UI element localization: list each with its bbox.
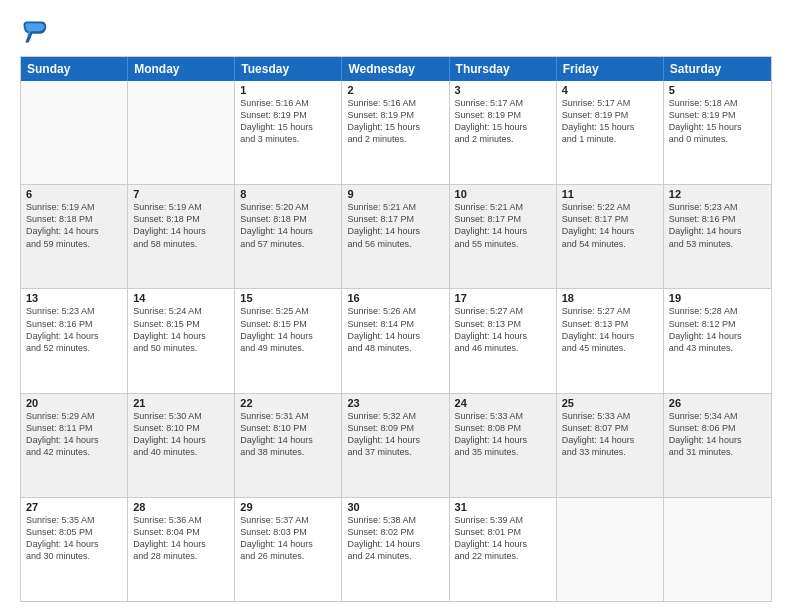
cell-info-line: and 24 minutes. <box>347 550 443 562</box>
calendar-row-5: 27Sunrise: 5:35 AMSunset: 8:05 PMDayligh… <box>21 497 771 601</box>
day-number: 24 <box>455 397 551 409</box>
weekday-header-monday: Monday <box>128 57 235 81</box>
calendar-cell: 30Sunrise: 5:38 AMSunset: 8:02 PMDayligh… <box>342 498 449 601</box>
cell-info-line: and 57 minutes. <box>240 238 336 250</box>
calendar-cell: 2Sunrise: 5:16 AMSunset: 8:19 PMDaylight… <box>342 81 449 184</box>
cell-info-line: Sunrise: 5:20 AM <box>240 201 336 213</box>
day-number: 11 <box>562 188 658 200</box>
cell-info-line: Sunset: 8:10 PM <box>133 422 229 434</box>
calendar-cell: 10Sunrise: 5:21 AMSunset: 8:17 PMDayligh… <box>450 185 557 288</box>
cell-info-line: and 43 minutes. <box>669 342 766 354</box>
cell-info-line: Sunrise: 5:16 AM <box>240 97 336 109</box>
cell-info-line: Sunrise: 5:34 AM <box>669 410 766 422</box>
cell-info-line: Sunset: 8:15 PM <box>133 318 229 330</box>
cell-info-line: Daylight: 14 hours <box>240 538 336 550</box>
header <box>20 18 772 46</box>
calendar-cell: 16Sunrise: 5:26 AMSunset: 8:14 PMDayligh… <box>342 289 449 392</box>
cell-info-line: Daylight: 14 hours <box>455 434 551 446</box>
calendar-cell: 6Sunrise: 5:19 AMSunset: 8:18 PMDaylight… <box>21 185 128 288</box>
cell-info-line: and 35 minutes. <box>455 446 551 458</box>
cell-info-line: Sunset: 8:01 PM <box>455 526 551 538</box>
cell-info-line: and 33 minutes. <box>562 446 658 458</box>
cell-info-line: Sunset: 8:11 PM <box>26 422 122 434</box>
cell-info-line: Sunset: 8:15 PM <box>240 318 336 330</box>
logo-icon <box>20 18 48 46</box>
cell-info-line: Daylight: 14 hours <box>347 538 443 550</box>
cell-info-line: Sunrise: 5:32 AM <box>347 410 443 422</box>
calendar-cell <box>128 81 235 184</box>
weekday-header-thursday: Thursday <box>450 57 557 81</box>
day-number: 13 <box>26 292 122 304</box>
calendar-cell: 23Sunrise: 5:32 AMSunset: 8:09 PMDayligh… <box>342 394 449 497</box>
day-number: 6 <box>26 188 122 200</box>
day-number: 9 <box>347 188 443 200</box>
cell-info-line: and 30 minutes. <box>26 550 122 562</box>
cell-info-line: Sunset: 8:04 PM <box>133 526 229 538</box>
calendar-cell: 1Sunrise: 5:16 AMSunset: 8:19 PMDaylight… <box>235 81 342 184</box>
cell-info-line: and 3 minutes. <box>240 133 336 145</box>
cell-info-line: Daylight: 14 hours <box>133 225 229 237</box>
calendar-row-3: 13Sunrise: 5:23 AMSunset: 8:16 PMDayligh… <box>21 288 771 392</box>
calendar-cell <box>557 498 664 601</box>
calendar-cell: 3Sunrise: 5:17 AMSunset: 8:19 PMDaylight… <box>450 81 557 184</box>
calendar-cell: 21Sunrise: 5:30 AMSunset: 8:10 PMDayligh… <box>128 394 235 497</box>
cell-info-line: Sunset: 8:17 PM <box>562 213 658 225</box>
cell-info-line: Sunset: 8:17 PM <box>347 213 443 225</box>
cell-info-line: Sunset: 8:03 PM <box>240 526 336 538</box>
calendar-cell: 29Sunrise: 5:37 AMSunset: 8:03 PMDayligh… <box>235 498 342 601</box>
day-number: 4 <box>562 84 658 96</box>
day-number: 16 <box>347 292 443 304</box>
cell-info-line: Sunset: 8:13 PM <box>455 318 551 330</box>
calendar-row-2: 6Sunrise: 5:19 AMSunset: 8:18 PMDaylight… <box>21 184 771 288</box>
logo <box>20 18 52 46</box>
cell-info-line: Sunset: 8:18 PM <box>26 213 122 225</box>
cell-info-line: Daylight: 14 hours <box>26 434 122 446</box>
cell-info-line: Sunset: 8:16 PM <box>26 318 122 330</box>
cell-info-line: Daylight: 14 hours <box>133 434 229 446</box>
cell-info-line: and 1 minute. <box>562 133 658 145</box>
cell-info-line: Sunrise: 5:38 AM <box>347 514 443 526</box>
cell-info-line: and 46 minutes. <box>455 342 551 354</box>
calendar-cell: 27Sunrise: 5:35 AMSunset: 8:05 PMDayligh… <box>21 498 128 601</box>
cell-info-line: Sunset: 8:09 PM <box>347 422 443 434</box>
day-number: 15 <box>240 292 336 304</box>
cell-info-line: Sunrise: 5:23 AM <box>669 201 766 213</box>
calendar-cell: 22Sunrise: 5:31 AMSunset: 8:10 PMDayligh… <box>235 394 342 497</box>
cell-info-line: Daylight: 15 hours <box>562 121 658 133</box>
cell-info-line: and 49 minutes. <box>240 342 336 354</box>
cell-info-line: Sunrise: 5:33 AM <box>455 410 551 422</box>
cell-info-line: Sunrise: 5:31 AM <box>240 410 336 422</box>
calendar-cell: 31Sunrise: 5:39 AMSunset: 8:01 PMDayligh… <box>450 498 557 601</box>
cell-info-line: Sunrise: 5:23 AM <box>26 305 122 317</box>
cell-info-line: Sunrise: 5:25 AM <box>240 305 336 317</box>
day-number: 25 <box>562 397 658 409</box>
cell-info-line: Sunset: 8:08 PM <box>455 422 551 434</box>
cell-info-line: Daylight: 14 hours <box>26 330 122 342</box>
cell-info-line: Sunrise: 5:19 AM <box>26 201 122 213</box>
day-number: 21 <box>133 397 229 409</box>
cell-info-line: and 45 minutes. <box>562 342 658 354</box>
day-number: 18 <box>562 292 658 304</box>
cell-info-line: Daylight: 14 hours <box>669 330 766 342</box>
calendar-cell: 18Sunrise: 5:27 AMSunset: 8:13 PMDayligh… <box>557 289 664 392</box>
weekday-header-tuesday: Tuesday <box>235 57 342 81</box>
cell-info-line: Sunset: 8:12 PM <box>669 318 766 330</box>
cell-info-line: Sunrise: 5:18 AM <box>669 97 766 109</box>
day-number: 30 <box>347 501 443 513</box>
day-number: 23 <box>347 397 443 409</box>
day-number: 7 <box>133 188 229 200</box>
cell-info-line: and 56 minutes. <box>347 238 443 250</box>
day-number: 19 <box>669 292 766 304</box>
weekday-header-friday: Friday <box>557 57 664 81</box>
cell-info-line: Sunset: 8:18 PM <box>240 213 336 225</box>
calendar-cell: 14Sunrise: 5:24 AMSunset: 8:15 PMDayligh… <box>128 289 235 392</box>
day-number: 29 <box>240 501 336 513</box>
cell-info-line: Sunrise: 5:24 AM <box>133 305 229 317</box>
cell-info-line: and 50 minutes. <box>133 342 229 354</box>
cell-info-line: Daylight: 14 hours <box>347 434 443 446</box>
cell-info-line: Sunset: 8:19 PM <box>669 109 766 121</box>
cell-info-line: Daylight: 14 hours <box>240 434 336 446</box>
day-number: 5 <box>669 84 766 96</box>
page: SundayMondayTuesdayWednesdayThursdayFrid… <box>0 0 792 612</box>
cell-info-line: Sunrise: 5:35 AM <box>26 514 122 526</box>
